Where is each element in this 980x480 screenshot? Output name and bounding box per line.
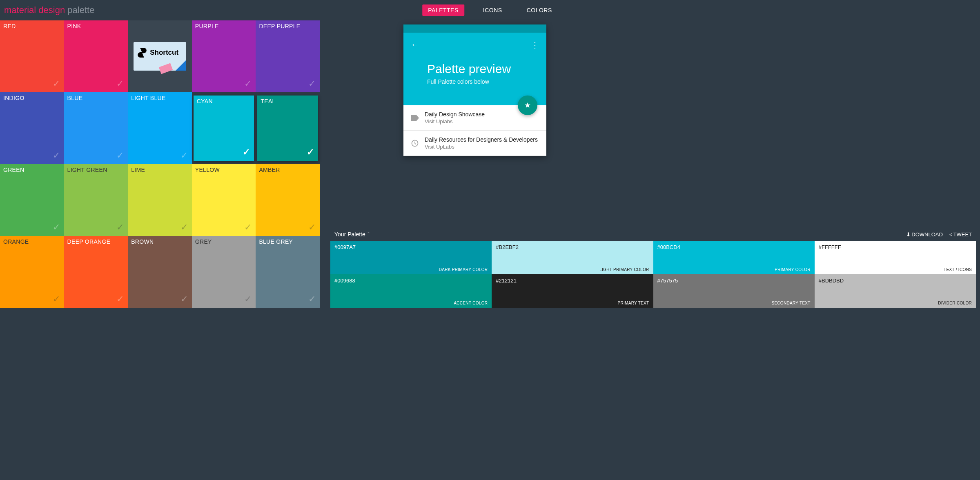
your-palette-toggle[interactable]: Your Palette ˄	[334, 231, 370, 238]
swatch-role: PRIMARY TEXT	[618, 301, 649, 305]
color-label: LIGHT BLUE	[131, 95, 165, 101]
right-panel: ← ⋮ Palette preview Full Palette colors …	[320, 20, 980, 308]
check-icon: ✓	[53, 78, 60, 89]
check-icon: ✓	[116, 222, 124, 233]
color-tile-teal[interactable]: TEAL✓	[257, 96, 318, 161]
main: RED✓PINK✓ShortcutPURPLE✓DEEP PURPLE✓INDI…	[0, 20, 980, 308]
check-icon: ✓	[244, 294, 252, 304]
preview-list-item[interactable]: Daily Resources for Designers & Develope…	[403, 131, 546, 156]
color-tile-light-green[interactable]: LIGHT GREEN✓	[64, 164, 128, 236]
chevron-up-icon: ˄	[367, 231, 370, 238]
download-button[interactable]: ⬇ DOWNLOAD	[906, 231, 943, 238]
check-icon: ✓	[180, 294, 188, 304]
swatch-hex: #212121	[496, 278, 517, 284]
swatch-role: ACCENT COLOR	[454, 301, 488, 305]
tweet-label: TWEET	[953, 231, 972, 238]
row-title: Daily Design Showcase	[425, 111, 485, 118]
swatch-primary-text[interactable]: #212121PRIMARY TEXT	[492, 274, 653, 308]
color-label: RED	[3, 23, 16, 29]
color-label: LIGHT GREEN	[67, 167, 107, 173]
swatch-text-icons[interactable]: #FFFFFFTEXT / ICONS	[815, 241, 976, 274]
color-label: CYAN	[197, 98, 213, 104]
tweet-button[interactable]: < TWEET	[949, 231, 972, 238]
check-icon: ✓	[308, 78, 316, 89]
download-icon: ⬇	[906, 231, 911, 238]
swatch-dark-primary-color[interactable]: #0097A7DARK PRIMARY COLOR	[330, 241, 492, 274]
swatch-role: TEXT / ICONS	[944, 267, 972, 272]
preview-subtitle: Full Palette colors below	[427, 78, 539, 85]
preview-title: Palette preview	[427, 62, 539, 76]
color-tile-amber[interactable]: AMBER✓	[256, 164, 320, 236]
color-tile-cyan[interactable]: CYAN✓	[194, 96, 254, 161]
check-icon: ✓	[244, 222, 252, 233]
color-tile-brown[interactable]: BROWN✓	[128, 236, 192, 308]
label-icon	[411, 114, 419, 122]
header: material design palette PALETTESICONSCOL…	[0, 0, 980, 20]
check-icon: ✓	[53, 222, 60, 233]
more-icon[interactable]: ⋮	[531, 40, 539, 50]
preview-appbar: ← ⋮ Palette preview Full Palette colors …	[403, 33, 546, 105]
swatch-hex: #B2EBF2	[496, 244, 519, 250]
check-icon: ✓	[180, 222, 188, 233]
swatch-divider-color[interactable]: #BDBDBDDIVIDER COLOR	[815, 274, 976, 308]
check-icon: ✓	[116, 78, 124, 89]
row-title: Daily Resources for Designers & Develope…	[425, 136, 538, 143]
swatch-role: SECONDARY TEXT	[771, 301, 810, 305]
clock-icon	[411, 139, 419, 147]
back-icon[interactable]: ←	[411, 40, 419, 50]
color-tile-blue[interactable]: BLUE✓	[64, 92, 128, 164]
swatch-primary-color[interactable]: #00BCD4PRIMARY COLOR	[653, 241, 815, 274]
fab-button[interactable]: ★	[518, 96, 537, 115]
row-subtitle: Visit UpLabs	[425, 144, 538, 150]
color-label: PINK	[67, 23, 81, 29]
preview-statusbar	[403, 24, 546, 33]
main-nav: PALETTESICONSCOLORS	[422, 4, 558, 16]
check-icon: ✓	[53, 150, 60, 161]
nav-colors[interactable]: COLORS	[521, 4, 558, 16]
ad-tile[interactable]: Shortcut	[128, 20, 192, 92]
swatch-hex: #757575	[657, 278, 678, 284]
color-tile-green[interactable]: GREEN✓	[0, 164, 64, 236]
check-icon: ✓	[180, 150, 188, 161]
color-label: LIME	[131, 167, 145, 173]
swatch-role: DIVIDER COLOR	[938, 301, 972, 305]
check-icon: ✓	[244, 78, 252, 89]
color-grid: RED✓PINK✓ShortcutPURPLE✓DEEP PURPLE✓INDI…	[0, 20, 320, 308]
swatch-hex: #009688	[334, 278, 355, 284]
star-icon: ★	[524, 101, 531, 110]
color-tile-deep-purple[interactable]: DEEP PURPLE✓	[256, 20, 320, 92]
check-icon: ✓	[308, 294, 316, 304]
swatch-secondary-text[interactable]: #757575SECONDARY TEXT	[653, 274, 815, 308]
color-label: BLUE	[67, 95, 83, 101]
swatch-light-primary-color[interactable]: #B2EBF2LIGHT PRIMARY COLOR	[492, 241, 653, 274]
your-palette-bar: Your Palette ˄ ⬇ DOWNLOAD < TWEET #0097A…	[330, 228, 976, 308]
color-tile-blue-grey[interactable]: BLUE GREY✓	[256, 236, 320, 308]
color-label: DEEP ORANGE	[67, 238, 111, 245]
swatch-role: DARK PRIMARY COLOR	[439, 267, 488, 272]
palette-swatches: #0097A7DARK PRIMARY COLOR#B2EBF2LIGHT PR…	[330, 241, 976, 308]
color-tile-lime[interactable]: LIME✓	[128, 164, 192, 236]
swatch-role: PRIMARY COLOR	[775, 267, 810, 272]
share-icon: <	[949, 231, 953, 238]
color-tile-orange[interactable]: ORANGE✓	[0, 236, 64, 308]
color-tile-pink[interactable]: PINK✓	[64, 20, 128, 92]
color-tile-deep-orange[interactable]: DEEP ORANGE✓	[64, 236, 128, 308]
color-tile-yellow[interactable]: YELLOW✓	[192, 164, 256, 236]
swatch-hex: #FFFFFF	[819, 244, 841, 250]
color-label: PURPLE	[195, 23, 219, 29]
color-tile-grey[interactable]: GREY✓	[192, 236, 256, 308]
nav-palettes[interactable]: PALETTES	[422, 4, 464, 16]
download-label: DOWNLOAD	[911, 231, 943, 238]
swatch-hex: #0097A7	[334, 244, 356, 250]
check-icon: ✓	[53, 294, 60, 304]
nav-icons[interactable]: ICONS	[477, 4, 508, 16]
color-tile-light-blue[interactable]: LIGHT BLUE✓	[128, 92, 192, 164]
color-tile-purple[interactable]: PURPLE✓	[192, 20, 256, 92]
swatch-hex: #BDBDBD	[819, 278, 844, 284]
color-label: GREY	[195, 238, 212, 245]
color-label: BROWN	[131, 238, 154, 245]
logo[interactable]: material design palette	[4, 5, 94, 16]
color-tile-red[interactable]: RED✓	[0, 20, 64, 92]
color-tile-indigo[interactable]: INDIGO✓	[0, 92, 64, 164]
swatch-accent-color[interactable]: #009688ACCENT COLOR	[330, 274, 492, 308]
